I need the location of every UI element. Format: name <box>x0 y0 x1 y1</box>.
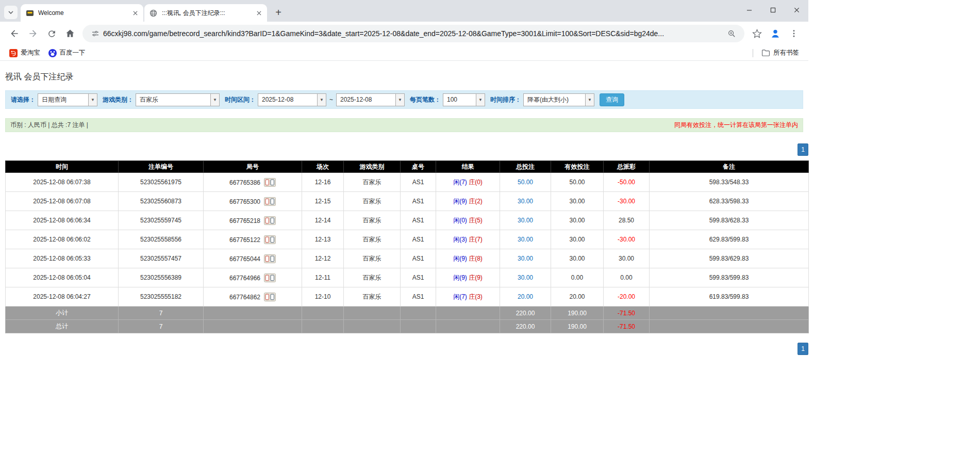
menu-icon <box>789 29 799 38</box>
round-detail-icon[interactable] <box>264 178 276 187</box>
date-start-input[interactable]: 2025-12-08 ▼ <box>258 93 326 106</box>
close-window-button[interactable] <box>785 0 808 20</box>
url-text[interactable]: 66cxkj98.com/game/betrecord_search/kind3… <box>103 29 724 38</box>
minimize-button[interactable] <box>737 0 761 20</box>
round-detail-icon[interactable] <box>264 216 276 225</box>
footer-count: 7 <box>119 307 204 320</box>
column-header: 备注 <box>650 161 809 173</box>
cell-total-bet[interactable]: 20.00 <box>500 287 551 307</box>
cell-round: 667765300 <box>204 192 302 211</box>
cell-total-bet[interactable]: 30.00 <box>500 211 551 230</box>
subtotal-row: 小计 7 220.00 190.00 -71.50 <box>6 307 809 320</box>
address-bar[interactable]: 66cxkj98.com/game/betrecord_search/kind3… <box>82 25 744 42</box>
browser-toolbar: 66cxkj98.com/game/betrecord_search/kind3… <box>0 22 808 45</box>
tab-search-button[interactable] <box>4 6 18 19</box>
cell-result: 闲(9) 庄(9) <box>436 268 500 287</box>
column-header: 有效投注 <box>551 161 604 173</box>
bookmarks-folder-icon <box>761 49 770 57</box>
cell-note: 619.83/599.83 <box>650 287 809 307</box>
chevron-down-icon: ▼ <box>585 94 594 106</box>
cell-session: 12-13 <box>302 230 344 249</box>
cell-total-bet[interactable]: 50.00 <box>500 173 551 192</box>
cell-note: 598.33/548.33 <box>650 173 809 192</box>
query-mode-value: 日期查询 <box>38 95 88 104</box>
table-row: 2025-12-08 06:05:04 523025556389 6677649… <box>6 268 809 287</box>
profile-button[interactable] <box>768 26 783 41</box>
zoom-icon[interactable] <box>726 28 737 39</box>
close-icon[interactable] <box>131 9 139 17</box>
round-detail-icon[interactable] <box>264 273 276 282</box>
tab-betrecord[interactable]: :::视讯, 会员下注纪录::: <box>144 4 267 22</box>
reload-button[interactable] <box>44 26 59 41</box>
cell-bet-id: 523025561975 <box>119 173 204 192</box>
game-type-select[interactable]: 百家乐 ▼ <box>136 93 220 106</box>
cell-result: 闲(7) 庄(0) <box>436 173 500 192</box>
per-page-select[interactable]: 100 ▼ <box>443 93 485 106</box>
all-bookmarks-button[interactable]: 所有书签 <box>757 47 803 59</box>
round-detail-icon[interactable] <box>264 197 276 206</box>
bookmark-taobao[interactable]: 爱淘宝 <box>5 47 44 59</box>
cell-table-no: AS1 <box>401 230 436 249</box>
cell-time: 2025-12-08 06:05:33 <box>6 249 119 268</box>
bookmark-star-button[interactable] <box>750 26 764 41</box>
column-header: 桌号 <box>401 161 436 173</box>
cell-time: 2025-12-08 06:06:34 <box>6 211 119 230</box>
window-controls <box>737 0 808 20</box>
per-page-label: 每页笔数： <box>410 95 441 104</box>
tab-title: Welcome <box>38 9 131 17</box>
cell-total-bet[interactable]: 30.00 <box>500 230 551 249</box>
footer-payout: -71.50 <box>604 320 650 333</box>
tab-welcome[interactable]: Welcome <box>21 4 143 22</box>
close-icon[interactable] <box>255 9 263 17</box>
cell-note: 599.83/599.83 <box>650 268 809 287</box>
bookmarks-divider <box>753 49 753 57</box>
cell-game-type: 百家乐 <box>344 287 401 307</box>
cell-session: 12-14 <box>302 211 344 230</box>
round-detail-icon[interactable] <box>264 235 276 244</box>
date-end-input[interactable]: 2025-12-08 ▼ <box>336 93 405 106</box>
forward-button[interactable] <box>26 26 40 41</box>
site-info-icon[interactable] <box>90 28 101 39</box>
cell-result: 闲(9) 庄(2) <box>436 192 500 211</box>
cell-payout: 28.50 <box>604 211 650 230</box>
cell-table-no: AS1 <box>401 268 436 287</box>
bet-table-head-row: 时间注单编号局号场次游戏类别桌号结果总投注有效投注总派彩备注 <box>6 161 809 173</box>
forward-icon <box>28 28 38 39</box>
back-button[interactable] <box>7 26 22 41</box>
cell-result: 闲(3) 庄(7) <box>436 230 500 249</box>
browser-menu-button[interactable] <box>787 26 801 41</box>
maximize-button[interactable] <box>761 0 785 20</box>
column-header: 结果 <box>436 161 500 173</box>
footer-total-bet: 220.00 <box>500 320 551 333</box>
column-header: 总派彩 <box>604 161 650 173</box>
cell-time: 2025-12-08 06:05:04 <box>6 268 119 287</box>
footer-valid-bet: 190.00 <box>551 320 604 333</box>
search-button[interactable]: 查询 <box>600 93 624 106</box>
bookmark-label: 爱淘宝 <box>21 49 40 57</box>
cell-round: 667765122 <box>204 230 302 249</box>
pagination-page-button[interactable]: 1 <box>798 143 808 156</box>
cell-game-type: 百家乐 <box>344 268 401 287</box>
query-mode-label: 请选择： <box>11 95 36 104</box>
new-tab-button[interactable]: + <box>271 5 286 20</box>
bookmark-baidu[interactable]: 百度一下 <box>44 47 90 59</box>
pagination-page-button[interactable]: 1 <box>798 343 808 355</box>
home-button[interactable] <box>63 26 77 41</box>
round-detail-icon[interactable] <box>264 293 276 301</box>
cell-session: 12-12 <box>302 249 344 268</box>
cell-total-bet[interactable]: 30.00 <box>500 268 551 287</box>
cell-time: 2025-12-08 06:07:38 <box>6 173 119 192</box>
round-detail-icon[interactable] <box>264 254 276 263</box>
bookmark-label: 百度一下 <box>60 49 86 57</box>
sort-select[interactable]: 降幂(由大到小) ▼ <box>523 93 594 106</box>
column-header: 总投注 <box>500 161 551 173</box>
query-mode-select[interactable]: 日期查询 ▼ <box>38 93 97 106</box>
cell-session: 12-16 <box>302 173 344 192</box>
cell-total-bet[interactable]: 30.00 <box>500 192 551 211</box>
filter-bar: 请选择： 日期查询 ▼ 游戏类别： 百家乐 ▼ 时间区间： 2025-12-08… <box>5 90 803 109</box>
cell-total-bet[interactable]: 30.00 <box>500 249 551 268</box>
profile-icon <box>770 28 781 39</box>
cell-session: 12-11 <box>302 268 344 287</box>
currency-summary: 币别 : 人民币 | 总共 :7 注单 | <box>10 121 88 130</box>
reload-icon <box>47 29 57 39</box>
